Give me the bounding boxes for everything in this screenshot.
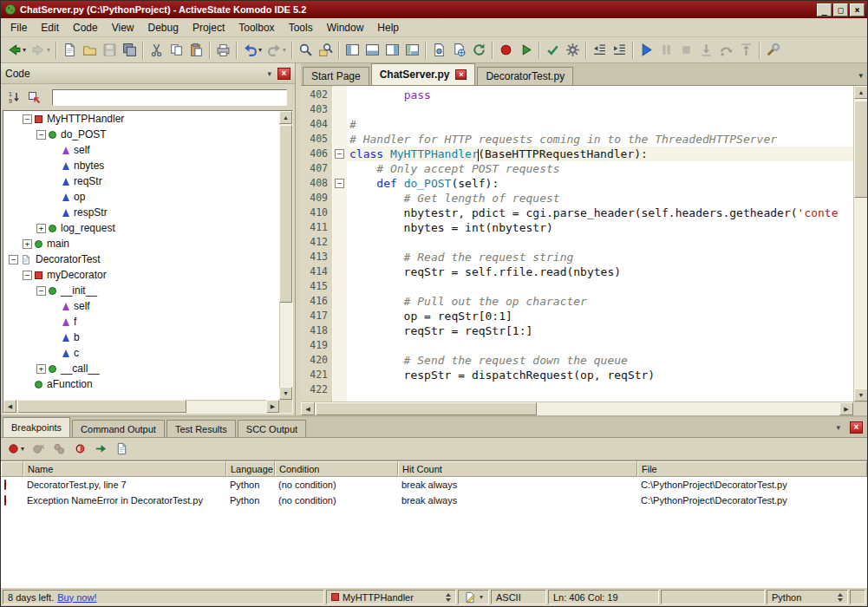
run-button[interactable] [636,40,656,61]
scroll-right-icon[interactable]: ▶ [839,402,853,415]
preview-buffer-button[interactable] [429,40,449,61]
code-line-402[interactable]: 402 pass [301,88,853,102]
step-over-button[interactable] [716,40,736,61]
step-out-button[interactable] [736,40,756,61]
pause-button[interactable] [656,40,676,61]
code-line-404[interactable]: 404# [301,117,853,132]
scroll-left-icon[interactable]: ◀ [301,402,315,415]
tree-expander-icon[interactable]: + [23,239,32,249]
build-tools-button[interactable] [763,40,783,61]
code-line-419[interactable]: 419 [301,338,853,353]
back-button[interactable]: ▾ [4,40,29,61]
tree-expander-icon[interactable]: − [36,286,46,296]
encoding-segment[interactable]: ASCII [491,590,546,604]
scrollbar-thumb[interactable] [316,402,537,415]
current-symbol-segment[interactable]: MyHTTPHandler [326,590,456,604]
code-filter-input[interactable] [52,89,287,106]
scroll-right-icon[interactable]: ▶ [266,400,279,413]
tree-expander-icon[interactable]: − [36,130,46,140]
breakpoint-row[interactable]: DecoratorTest.py, line 7Python(no condit… [1,477,867,493]
editor[interactable]: 402 pass403404#405# Handler for HTTP req… [301,86,867,401]
code-line-412[interactable]: 412 [301,235,853,250]
symbol-spinner-icon[interactable] [446,593,451,602]
column-file[interactable]: File [637,461,867,477]
new-file-button[interactable] [60,40,80,61]
tab-test-results[interactable]: Test Results [166,420,236,437]
tree-item-f[interactable]: f [3,314,279,330]
scrollbar-thumb[interactable] [279,125,292,303]
tree-item-b[interactable]: b [3,330,279,345]
code-line-406[interactable]: 406−class MyHTTPHandler(BaseHTTPRequestH… [301,147,853,161]
tree-item-afunction[interactable]: aFunction [3,376,279,392]
menu-code[interactable]: Code [66,19,105,36]
scroll-up-icon[interactable]: ▲ [854,86,867,99]
breakpoint-row[interactable]: Exception NameError in DecoratorTest.pyP… [1,493,867,508]
language-segment[interactable]: Python [767,590,848,604]
tree-item-init[interactable]: −__init__ [3,283,279,298]
column-hit-count[interactable]: Hit Count [398,461,637,477]
code-line-410[interactable]: 410 nbytestr, pdict = cgi.parse_header(s… [301,206,853,220]
delete-breakpoint-button[interactable] [29,440,48,459]
buffer-status-segment[interactable]: ▾ [458,590,489,604]
minimize-button[interactable]: _ [817,3,832,16]
fold-marker-icon[interactable]: − [335,149,344,159]
code-line-411[interactable]: 411 nbytes = int(nbytestr) [301,220,853,235]
title-bar[interactable]: ChatServer.py (C:\PythonProject) - Activ… [1,1,867,18]
delete-all-breakpoints-button[interactable] [49,440,69,459]
close-panel-icon[interactable]: × [277,68,290,80]
find-button[interactable] [296,40,316,61]
menu-edit[interactable]: Edit [34,19,66,36]
language-spinner-icon[interactable] [838,593,843,602]
tree-item-reqstr[interactable]: reqStr [3,173,279,189]
menu-view[interactable]: View [105,19,141,36]
panel-menu-icon[interactable]: ▾ [830,423,846,432]
code-line-417[interactable]: 417 op = reqStr[0:1] [301,309,853,323]
buy-now-link[interactable]: Buy now! [57,592,96,603]
column-condition[interactable]: Condition [275,461,398,477]
record-macro-button[interactable] [496,40,516,61]
go-to-source-button[interactable] [91,440,110,459]
scrollbar-thumb[interactable] [17,400,186,413]
tree-expander-icon[interactable]: − [9,255,18,264]
close-button[interactable]: × [850,3,865,16]
forward-button[interactable]: ▾ [29,40,53,61]
tree-item-self[interactable]: self [3,142,279,158]
cut-button[interactable] [147,40,166,61]
editor-vertical-scrollbar[interactable]: ▲ ▼ [853,86,867,401]
tree-item-op[interactable]: op [3,189,279,205]
menu-project[interactable]: Project [186,19,232,36]
tree-item-nbytes[interactable]: nbytes [3,158,279,173]
menu-help[interactable]: Help [370,19,406,36]
code-line-414[interactable]: 414 reqStr = self.rfile.read(nbytes) [301,264,853,279]
tab-chatserver-py[interactable]: ChatServer.py× [371,63,476,85]
print-button[interactable] [213,40,233,61]
column-language[interactable]: Language [226,461,275,477]
code-line-407[interactable]: 407 # Only accept POST requests [301,161,853,176]
tree-expander-icon[interactable]: + [36,224,46,233]
preferences-button[interactable] [563,40,583,61]
copy-button[interactable] [166,40,186,61]
code-line-415[interactable]: 415 [301,279,853,294]
code-line-416[interactable]: 416 # Pull out the op character [301,294,853,309]
toggle-breakpoint-state-button[interactable] [70,440,89,459]
scroll-down-icon[interactable]: ▼ [279,387,292,400]
column-name[interactable]: Name [23,461,226,477]
code-line-405[interactable]: 405# Handler for HTTP requests coming in… [301,132,853,147]
tree-item-log-request[interactable]: +log_request [3,220,279,236]
open-remote-button[interactable] [449,40,469,61]
code-line-421[interactable]: 421 respStr = dispatchRequest(op, reqStr… [301,368,853,382]
fold-marker-icon[interactable]: − [335,179,344,188]
tree-item-do-post[interactable]: −do_POST [3,127,279,142]
close-tab-icon[interactable]: × [455,69,467,80]
save-button[interactable] [100,40,120,61]
maximize-button[interactable]: □ [833,3,848,16]
menu-file[interactable]: File [3,19,34,36]
new-breakpoint-button[interactable]: ▾ [4,440,27,459]
tree-item-mydecorator[interactable]: −myDecorator [3,267,279,283]
scrollbar-thumb[interactable] [854,101,867,198]
check-syntax-button[interactable] [543,40,563,61]
code-line-418[interactable]: 418 reqStr = reqStr[1:] [301,323,853,338]
tab-list-icon[interactable]: ▾ [858,71,863,80]
tree-item-main[interactable]: +main [3,236,279,251]
sort-order-button[interactable]: 19 [5,88,24,107]
